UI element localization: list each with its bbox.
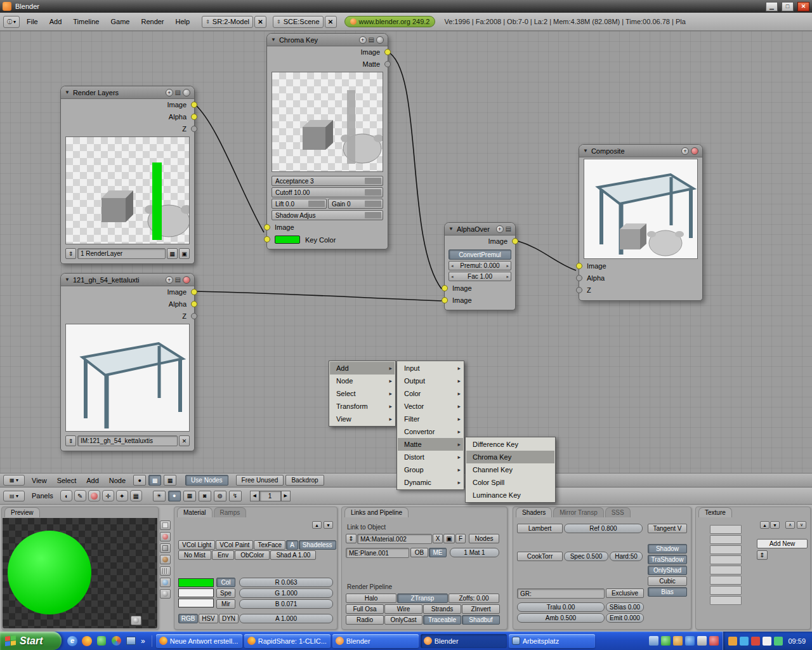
scene-context-icon[interactable]: ▦ xyxy=(130,490,142,501)
taskbar-task-button[interactable]: Blender xyxy=(332,634,419,648)
texture-slot[interactable] xyxy=(710,545,742,554)
plus-icon[interactable]: + xyxy=(681,147,689,155)
node-header[interactable]: ▼ AlphaOver + ▤ xyxy=(445,223,515,235)
output-socket[interactable] xyxy=(512,238,518,244)
screen-selector[interactable]: ⇕ SR:2-Model xyxy=(202,16,253,28)
scene-selector[interactable]: ⇕ SCE:Scene xyxy=(273,16,324,28)
editing-context-icon[interactable]: ✦ xyxy=(116,490,128,501)
key-color-swatch[interactable] xyxy=(275,235,300,244)
shader-toggle[interactable]: OnlyShad xyxy=(648,566,687,575)
panel-align-up-icon[interactable]: ▲ xyxy=(312,521,322,529)
menu-item[interactable]: Input ▸ xyxy=(398,362,463,375)
decrement-icon[interactable]: ◂ xyxy=(451,263,454,269)
tab-texture[interactable]: Texture xyxy=(698,507,732,517)
node-menu-icon[interactable]: ▤ xyxy=(175,276,181,283)
output-socket[interactable] xyxy=(384,61,391,67)
taskbar-task-button[interactable]: Neue Antwort erstell... xyxy=(156,634,242,648)
premul-slider[interactable]: ◂ Premul: 0.000 ▸ xyxy=(449,261,511,270)
increment-icon[interactable]: ▸ xyxy=(506,274,509,279)
pipeline-toggle[interactable]: Shadbuf xyxy=(462,615,500,625)
menu-item[interactable]: Difference Key xyxy=(466,438,554,451)
panels-menu[interactable]: Panels xyxy=(27,490,58,501)
texture-slot[interactable] xyxy=(710,576,742,585)
channel-button[interactable]: Spe xyxy=(216,588,235,598)
texture-channel-up-icon[interactable]: ∧ xyxy=(785,521,795,529)
shield-icon[interactable] xyxy=(661,636,671,646)
preview-monkey-icon[interactable] xyxy=(160,555,171,564)
auto-name-button[interactable]: ▣ xyxy=(443,534,455,543)
node-image[interactable]: ▼ 121_gh_54_kettaluxti + ▤ Image Alpha xyxy=(60,273,195,451)
convert-premul-button[interactable]: ConvertPremul xyxy=(449,249,511,260)
node-composite[interactable]: ▼ Composite + xyxy=(579,144,703,301)
tralu-slider[interactable]: Tralu 0.00 xyxy=(517,602,605,612)
pipeline-toggle[interactable]: Radio xyxy=(346,615,384,625)
unlink-image-icon[interactable]: ✕ xyxy=(179,435,190,446)
increment-icon[interactable]: ▸ xyxy=(506,263,509,269)
antivirus-tray-icon[interactable] xyxy=(751,637,760,646)
texture-slot[interactable] xyxy=(710,596,742,605)
color-mode-button[interactable]: RGB xyxy=(178,614,198,623)
node-menu-icon[interactable]: ▤ xyxy=(175,89,181,96)
menu-item[interactable]: Chroma Key xyxy=(466,451,554,463)
composite-nodes-icon[interactable]: ▩ xyxy=(148,475,161,486)
collapse-icon[interactable]: ▼ xyxy=(65,90,70,95)
decrement-icon[interactable]: ◂ xyxy=(451,274,454,279)
browse-renderlayer-icon[interactable]: ⇕ xyxy=(65,248,76,259)
pipeline-toggle[interactable]: Full Osa xyxy=(346,604,384,614)
shading-context-icon[interactable] xyxy=(88,490,100,501)
shaders-tab[interactable]: Shaders xyxy=(516,507,552,517)
preview-refresh-icon[interactable] xyxy=(131,616,141,625)
menu-item[interactable]: Select ▸ xyxy=(330,387,395,400)
material-toggle[interactable]: TexFace xyxy=(254,540,285,550)
delete-screen-button[interactable]: ✕ xyxy=(254,16,266,28)
chroma-slider[interactable]: Acceptance 3 xyxy=(272,176,383,186)
mirror-color-swatch[interactable] xyxy=(178,599,214,607)
material-toggle[interactable]: Env xyxy=(212,550,234,560)
shaders-tab[interactable]: SSS xyxy=(605,507,631,517)
plus-icon[interactable]: + xyxy=(496,225,504,233)
frame-increment-icon[interactable]: ▶ xyxy=(281,491,291,501)
browse-scenes-icon[interactable]: ⇕ xyxy=(277,19,281,25)
use-nodes-button[interactable]: Use Nodes xyxy=(185,475,228,486)
node-editor-menu[interactable]: Select xyxy=(52,475,82,486)
shader-toggle[interactable]: Bias xyxy=(648,587,687,597)
material-toggle[interactable]: VCol Light xyxy=(178,540,215,550)
blender-version-badge[interactable]: www.blender.org 249.2 xyxy=(344,16,436,27)
node-menu-icon[interactable]: ▤ xyxy=(369,36,374,43)
taskbar-clock[interactable]: 09:59 xyxy=(788,637,806,645)
pipeline-toggle[interactable]: OnlyCast xyxy=(384,615,422,625)
amb-slider[interactable]: Amb 0.500 xyxy=(517,613,605,623)
editor-type-icon[interactable]: ▤ ▾ xyxy=(3,491,25,501)
node-alpha-over[interactable]: ▼ AlphaOver + ▤ Image ConvertPremul ◂ Pr… xyxy=(444,222,516,310)
script-context-icon[interactable]: ✎ xyxy=(74,490,86,501)
material-tab[interactable]: Ramps xyxy=(214,507,247,517)
shader-toggle[interactable]: Cubic xyxy=(648,576,687,586)
menu-item[interactable]: Group ▸ xyxy=(398,463,463,476)
maximize-button[interactable]: □ xyxy=(782,2,794,11)
menu-item[interactable]: Add ▸ xyxy=(330,362,395,375)
material-toggle[interactable]: Shadeless xyxy=(299,540,336,550)
taskbar-task-button[interactable]: Arbeitsplatz xyxy=(509,634,595,648)
chroma-slider[interactable]: Lift 0.0 xyxy=(272,199,327,209)
chroma-slider[interactable]: Gain 0 xyxy=(328,199,383,209)
image-datablock-selector[interactable]: IM:121_gh_54_kettaluxtis xyxy=(77,435,178,446)
image-input-socket[interactable] xyxy=(264,224,270,230)
browse-image-icon[interactable]: ⇕ xyxy=(65,435,76,446)
world-icon[interactable]: ◍ xyxy=(214,491,226,501)
panel-align-down-icon[interactable]: ▼ xyxy=(324,521,333,529)
preview-ball-icon[interactable] xyxy=(183,276,190,284)
plus-icon[interactable]: + xyxy=(166,276,173,284)
menu-item[interactable]: Color ▸ xyxy=(398,387,463,400)
node-render-layers[interactable]: ▼ Render Layers + ▤ Image Alpha xyxy=(60,86,195,264)
ob-button[interactable]: OB xyxy=(410,548,428,557)
show-desktop-icon[interactable] xyxy=(125,635,136,647)
pipeline-toggle[interactable]: ZInvert xyxy=(462,604,500,614)
minimize-button[interactable]: ▁ xyxy=(766,2,778,11)
lamp-icon[interactable]: ☀ xyxy=(153,491,166,501)
color-slider[interactable]: B 0.071 xyxy=(239,599,333,609)
material-name-field[interactable]: MA:Material.002 xyxy=(357,534,432,544)
menubar-menu[interactable]: Render xyxy=(135,15,169,28)
preview-flat-icon[interactable] xyxy=(160,521,171,530)
texture-slot[interactable] xyxy=(710,555,742,564)
channel-button[interactable]: Col xyxy=(216,578,235,587)
